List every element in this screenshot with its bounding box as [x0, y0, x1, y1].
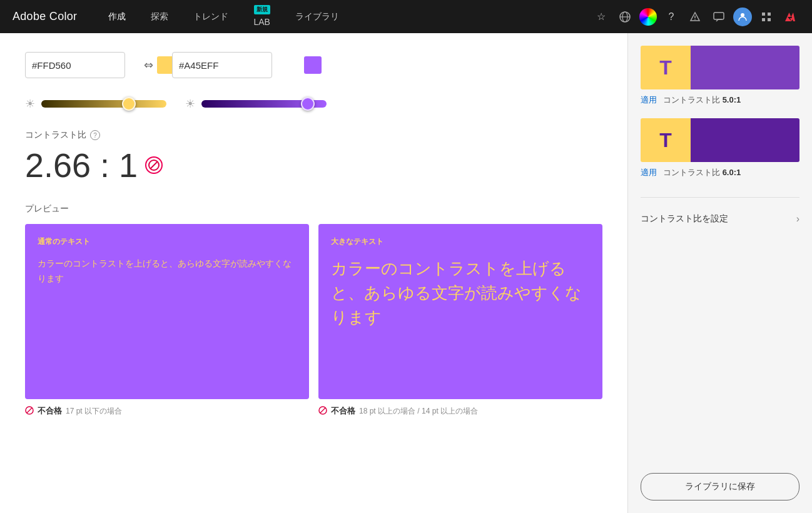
sidebar-spacer — [641, 228, 799, 473]
help-icon[interactable]: ? — [662, 8, 681, 26]
sidebar-preview2-block — [691, 118, 799, 162]
contrast-help-icon[interactable]: ? — [90, 130, 100, 140]
sidebar-ratio-setting[interactable]: コントラスト比を設定 › — [641, 210, 799, 228]
nav-library[interactable]: ライブラリ — [283, 0, 352, 33]
sidebar-preview1-block — [691, 46, 799, 89]
color1-slider-track[interactable] — [41, 100, 166, 108]
sidebar-contrast-text2: コントラスト比 6.0:1 — [663, 167, 741, 178]
sidebar-contrast-value1: 5.0:1 — [723, 95, 741, 104]
adobe-icon[interactable] — [781, 8, 799, 26]
top-navigation: Adobe Color 作成 探索 トレンド 新規 LAB ライブラリ ☆ — [0, 0, 812, 33]
result-row-large: 不合格 18 pt 以上の場合 / 14 pt 以上の場合 — [318, 405, 602, 417]
sidebar-apply-link1[interactable]: 適用 — [641, 94, 657, 106]
preview-large-wrapper: 大きなテキスト カラーのコントラストを上げると、あらゆる文字が読みやすくなります… — [318, 224, 602, 417]
nav-lab[interactable]: 新規 LAB — [241, 0, 282, 33]
sidebar-ratio-label: コントラスト比を設定 — [641, 213, 728, 225]
app-title: Adobe Color — [13, 10, 77, 23]
result-fail-text-large: 不合格 — [331, 405, 355, 417]
preview-label: プレビュー — [25, 203, 602, 215]
preview-card-normal: 通常のテキスト カラーのコントラストを上げると、あらゆる文字が読みやすくなります — [25, 224, 309, 399]
preview-card-normal-text: カラーのコントラストを上げると、あらゆる文字が読みやすくなります — [38, 256, 297, 287]
color1-input-box[interactable] — [25, 52, 125, 78]
result-note-large: 18 pt 以上の場合 / 14 pt 以上の場合 — [359, 406, 478, 417]
sidebar: T 適用 コントラスト比 5.0:1 T 適用 コントラスト比 6.0:1 コン… — [627, 33, 812, 513]
globe-icon[interactable] — [616, 8, 634, 26]
sidebar-preview1: T — [641, 46, 799, 89]
contrast-label: コントラスト比 ? — [25, 130, 602, 141]
preview-normal-wrapper: 通常のテキスト カラーのコントラストを上げると、あらゆる文字が読みやすくなります… — [25, 224, 309, 417]
color2-slider-track[interactable] — [201, 100, 327, 108]
color-wheel-icon[interactable] — [639, 8, 657, 26]
content-area: ⇔ ☀ ☀ コントラスト比 — [0, 33, 627, 513]
svg-line-12 — [150, 161, 158, 169]
sidebar-contrast-text1: コントラスト比 5.0:1 — [663, 94, 741, 106]
color1-slider-group: ☀ — [25, 97, 166, 111]
preview-card-large-title: 大きなテキスト — [331, 236, 590, 247]
nav-links: 作成 探索 トレンド 新規 LAB ライブラリ — [96, 0, 592, 33]
svg-rect-10 — [768, 18, 771, 21]
nav-trends[interactable]: トレンド — [181, 0, 241, 33]
color2-input-box[interactable] — [172, 52, 272, 78]
nav-explore[interactable]: 探索 — [138, 0, 181, 33]
color2-hex-input[interactable] — [179, 60, 298, 71]
color1-slider-thumb[interactable] — [122, 97, 136, 111]
svg-line-16 — [320, 408, 325, 413]
svg-rect-7 — [762, 13, 765, 16]
grid-icon[interactable] — [757, 8, 776, 26]
svg-rect-8 — [768, 13, 771, 16]
swap-colors-button[interactable]: ⇔ — [138, 58, 160, 72]
nav-icon-group: ☆ ? — [592, 8, 799, 26]
color1-hex-input[interactable] — [32, 60, 151, 71]
nav-create[interactable]: 作成 — [96, 0, 138, 33]
svg-point-4 — [694, 19, 696, 20]
sidebar-apply-link2[interactable]: 適用 — [641, 167, 657, 178]
lab-badge: 新規 — [254, 5, 270, 14]
alert-icon[interactable] — [686, 8, 704, 26]
result-row-normal: 不合格 17 pt 以下の場合 — [25, 405, 309, 417]
brightness2-icon: ☀ — [185, 97, 195, 111]
brightness1-icon: ☀ — [25, 97, 35, 111]
star-icon[interactable]: ☆ — [592, 8, 611, 26]
color2-slider-group: ☀ — [185, 97, 327, 111]
sidebar-preview1-text: T — [641, 46, 691, 89]
preview-section: プレビュー 通常のテキスト カラーのコントラストを上げると、あらゆる文字が読みや… — [25, 203, 602, 417]
sidebar-divider — [641, 197, 799, 198]
sidebar-contrast-value2: 6.0:1 — [723, 168, 741, 177]
preview-card-normal-title: 通常のテキスト — [38, 236, 297, 247]
preview-card-large-text: カラーのコントラストを上げると、あらゆる文字が読みやすくなります — [331, 256, 590, 330]
sidebar-apply-row2: 適用 コントラスト比 6.0:1 — [641, 167, 799, 178]
user-avatar[interactable] — [733, 8, 752, 26]
color2-slider-thumb[interactable] — [301, 97, 315, 111]
save-to-library-button[interactable]: ライブラリに保存 — [641, 473, 799, 500]
sliders-row: ☀ ☀ — [25, 97, 602, 111]
color2-swatch[interactable] — [304, 56, 322, 74]
svg-line-14 — [27, 408, 32, 413]
svg-point-6 — [741, 13, 744, 17]
preview-cards: 通常のテキスト カラーのコントラストを上げると、あらゆる文字が読みやすくなります… — [25, 224, 602, 417]
svg-rect-9 — [762, 18, 765, 21]
result-fail-text-normal: 不合格 — [38, 405, 62, 417]
preview-card-large: 大きなテキスト カラーのコントラストを上げると、あらゆる文字が読みやすくなります — [318, 224, 602, 399]
color-inputs-row: ⇔ — [25, 52, 602, 78]
sidebar-preview2-text: T — [641, 118, 691, 162]
chat-icon[interactable] — [709, 8, 728, 26]
result-fail-icon-normal — [25, 406, 34, 417]
result-note-normal: 17 pt 以下の場合 — [66, 406, 122, 417]
sidebar-apply-row1: 適用 コントラスト比 5.0:1 — [641, 94, 799, 106]
sidebar-chevron-icon: › — [796, 213, 799, 225]
result-fail-icon-large — [318, 406, 327, 417]
svg-rect-5 — [714, 13, 724, 19]
contrast-fail-icon — [145, 156, 163, 174]
contrast-ratio-display: 2.66 : 1 — [25, 146, 602, 185]
contrast-section: コントラスト比 ? 2.66 : 1 — [25, 130, 602, 185]
sidebar-preview2: T — [641, 118, 799, 162]
main-layout: ⇔ ☀ ☀ コントラスト比 — [0, 33, 812, 513]
